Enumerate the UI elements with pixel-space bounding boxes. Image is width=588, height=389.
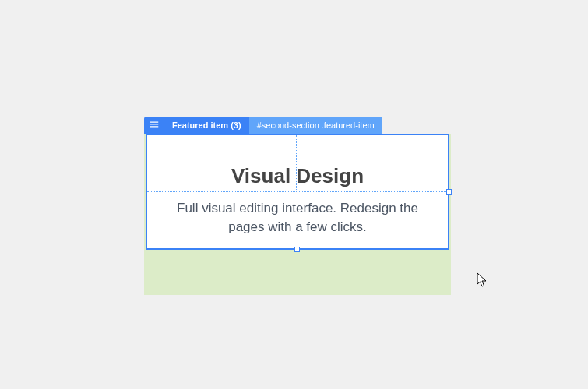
element-menu-button[interactable]: [144, 117, 164, 134]
resize-handle-bottom[interactable]: [294, 247, 300, 252]
element-label[interactable]: Featured item (3): [164, 117, 249, 134]
resize-handle-right[interactable]: [446, 189, 452, 194]
center-guide-horizontal: [147, 191, 448, 192]
selection-toolbar: Featured item (3) #second-section .featu…: [144, 117, 382, 134]
mouse-cursor: [477, 272, 489, 291]
card-title[interactable]: Visual Design: [231, 164, 364, 188]
card-description[interactable]: Full visual editing interface. Redesign …: [166, 199, 429, 237]
element-selector[interactable]: #second-section .featured-item: [249, 117, 382, 134]
center-guide-vertical: [296, 135, 297, 191]
hamburger-icon: [149, 119, 160, 131]
